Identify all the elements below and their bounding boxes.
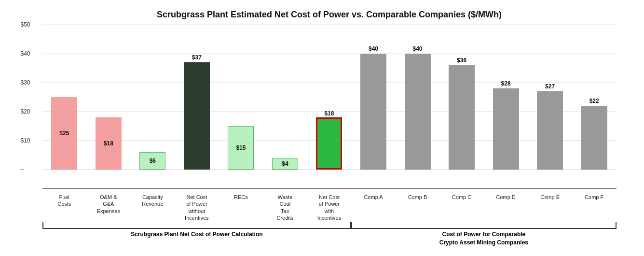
bracket-left-1 <box>351 222 356 229</box>
bar-value-inside-recs: $15 <box>236 144 246 151</box>
bracket-label-0: Scrubgrass Plant Net Cost of Power Calcu… <box>131 230 262 239</box>
bar-group-comp-e: $27 <box>528 25 572 170</box>
chart-area: $50$40$30$20$10– $25$18$6$37$15$4$18$40$… <box>42 25 617 189</box>
bar-group-net-cost-without: $37 <box>175 25 219 170</box>
bar-group-comp-c: $36 <box>439 25 484 170</box>
bar-group-comp-d: $28 <box>484 25 528 170</box>
y-label-0: – <box>21 166 24 173</box>
bar-label-comp-d: Comp D <box>484 194 528 221</box>
bar-group-om-ga: $18 <box>86 25 131 170</box>
bar-value-inside-waste-coal: $4 <box>282 160 288 167</box>
bracket-mid-1 <box>356 222 611 229</box>
bar-label-net-cost-with: Net Costof PowerwithIncentives <box>307 194 352 221</box>
bracket-right-1 <box>612 222 617 229</box>
bar-value-inside-capacity-revenue: $6 <box>150 157 156 164</box>
bar-label-waste-coal: WasteCoalTaxCredits <box>263 194 307 221</box>
bracket-section-0: Scrubgrass Plant Net Cost of Power Calcu… <box>42 222 352 247</box>
bar-group-comp-f: $22 <box>572 25 617 170</box>
bar-group-net-cost-with: $18 <box>307 25 352 170</box>
bar-comp-d: $28 <box>493 88 519 170</box>
bar-value-top-comp-f: $22 <box>589 98 599 104</box>
bar-label-comp-a: Comp A <box>351 194 396 221</box>
bar-value-top-comp-a: $40 <box>369 45 378 52</box>
bar-group-recs: $15 <box>219 25 263 170</box>
bar-comp-f: $22 <box>581 106 607 170</box>
bar-fuel-costs: $25 <box>51 97 77 170</box>
grid-line-0 <box>42 170 617 170</box>
bar-label-om-ga: O&M &G&AExpenses <box>86 194 131 221</box>
bar-comp-a: $40 <box>360 54 386 170</box>
y-label-50: $50 <box>21 21 30 28</box>
bars-wrapper: $25$18$6$37$15$4$18$40$40$36$28$27$22 <box>42 25 617 170</box>
bar-value-top-comp-d: $28 <box>501 80 511 87</box>
bar-label-comp-c: Comp C <box>439 194 484 221</box>
bar-label-comp-e: Comp E <box>528 194 572 221</box>
bracket-right-0 <box>346 222 351 229</box>
y-label-20: $20 <box>21 108 30 115</box>
bar-om-ga: $18 <box>96 117 122 170</box>
bracket-section-1: Cost of Power for ComparableCrypto Asset… <box>351 222 616 247</box>
bar-value-inside-om-ga: $18 <box>104 140 113 147</box>
bar-net-cost-with: $18 <box>316 117 342 170</box>
bar-value-top-comp-c: $36 <box>457 57 466 64</box>
bracket-left-0 <box>42 222 47 229</box>
bar-recs: $15 <box>228 126 254 170</box>
bar-value-inside-fuel-costs: $25 <box>59 130 69 137</box>
bar-value-top-comp-e: $27 <box>545 83 555 90</box>
chart-title: Scrubgrass Plant Estimated Net Cost of P… <box>42 10 617 20</box>
bar-capacity-revenue: $6 <box>139 152 165 170</box>
bar-value-top-net-cost-with: $18 <box>324 110 334 117</box>
bar-comp-c: $36 <box>449 65 475 170</box>
bar-comp-e: $27 <box>537 91 563 170</box>
x-axis <box>42 188 617 189</box>
bar-waste-coal: $4 <box>272 158 298 170</box>
bar-value-top-comp-b: $40 <box>413 45 423 52</box>
bar-group-waste-coal: $4 <box>263 25 307 170</box>
bar-label-comp-b: Comp B <box>396 194 440 221</box>
bar-label-comp-f: Comp F <box>572 194 617 221</box>
bracket-mid-0 <box>47 222 347 229</box>
bar-group-capacity-revenue: $6 <box>131 25 175 170</box>
labels-row: FuelCostsO&M &G&AExpensesCapacityRevenue… <box>42 191 617 221</box>
y-label-40: $40 <box>21 50 30 57</box>
bar-comp-b: $40 <box>405 54 431 170</box>
bar-label-recs: RECs <box>219 194 263 221</box>
y-label-10: $10 <box>21 137 30 144</box>
bar-value-top-net-cost-without: $37 <box>192 54 202 61</box>
bracket-label-1: Cost of Power for ComparableCrypto Asset… <box>439 230 528 247</box>
bar-group-comp-a: $40 <box>351 25 396 170</box>
y-label-30: $30 <box>21 79 30 86</box>
bar-label-capacity-revenue: CapacityRevenue <box>131 194 175 221</box>
chart-container: Scrubgrass Plant Estimated Net Cost of P… <box>14 5 631 251</box>
bar-net-cost-without: $37 <box>184 62 210 170</box>
bar-label-net-cost-without: Net Costof PowerwithoutIncentives <box>175 194 219 221</box>
bar-group-fuel-costs: $25 <box>42 25 87 170</box>
brackets-row: Scrubgrass Plant Net Cost of Power Calcu… <box>42 222 617 247</box>
bar-group-comp-b: $40 <box>396 25 440 170</box>
bar-label-fuel-costs: FuelCosts <box>42 194 87 221</box>
